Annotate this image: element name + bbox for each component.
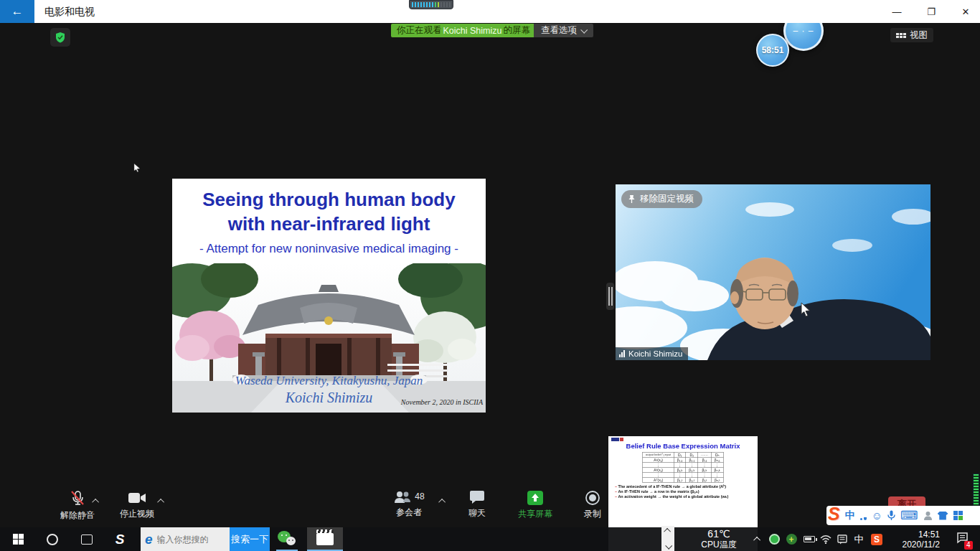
participants-icon [393, 490, 412, 504]
sogou-logo-icon[interactable]: S [828, 505, 840, 523]
record-icon [585, 490, 600, 506]
pin-icon [628, 194, 636, 204]
watching-text-suffix: 的屏幕 [503, 24, 530, 37]
scroll-up-icon[interactable] [664, 528, 671, 535]
zoom-meeting-window: 你正在观看 Koichi Shimizu 的屏幕 查看选项 – · – 58:5… [0, 23, 980, 551]
cpu-temp-value: 61℃ [707, 529, 730, 540]
toolbox-grid-icon[interactable] [953, 511, 963, 520]
restore-icon: ❐ [927, 6, 936, 17]
emoji-picker-icon[interactable]: ☺ [872, 509, 882, 522]
view-options-button[interactable]: 查看选项 [534, 24, 593, 37]
tray-network-button[interactable] [818, 527, 834, 551]
view-layout-button[interactable]: 视图 [890, 28, 933, 42]
view-options-label: 查看选项 [541, 24, 577, 37]
participants-label: 参会者 [387, 507, 430, 519]
voice-input-icon[interactable] [887, 510, 895, 521]
unmute-button[interactable]: 解除静音 [56, 490, 99, 522]
record-label: 录制 [574, 508, 611, 520]
tray-notes-button[interactable] [834, 527, 850, 551]
pinned-video-tile[interactable]: 移除固定视频 Koichi Shimizu [616, 184, 930, 360]
participants-chevron-icon[interactable] [438, 499, 446, 506]
task-view-icon [81, 534, 93, 545]
tray-power-button[interactable] [801, 527, 818, 551]
stop-video-button[interactable]: 停止视频 [115, 490, 159, 520]
notification-badge: 4 [964, 541, 973, 550]
movies-tv-icon [316, 533, 334, 545]
belief-rule-matrix-table: output belief ╲ inputD₁D₂⋯⋯DₙA¹(x₁)β₁,₁β… [643, 452, 724, 483]
mic-muted-icon [68, 490, 87, 507]
table-row: Aᵀ(x₁)β₁,ₜβ₂,ₜβⱼ,ₜβₙ,ₜ [643, 477, 723, 482]
clock-time: 14:51 [918, 529, 940, 540]
panel-splitter-handle[interactable] [606, 283, 614, 310]
green-plus-icon: + [786, 534, 797, 545]
cortana-button[interactable] [42, 527, 63, 551]
movies-tv-titlebar: ← 电影和电视 — ❐ ✕ [0, 0, 980, 23]
preview-bullets: The antecedent of a IF-THEN rule → a glo… [615, 484, 755, 499]
wechat-icon [278, 531, 296, 548]
task-view-button[interactable] [76, 527, 98, 551]
tray-drug-button[interactable]: + [783, 527, 799, 551]
presenter-name: Koichi Shimizu [443, 26, 502, 36]
cpu-temp-label: CPU温度 [701, 540, 736, 550]
meeting-security-button[interactable] [50, 28, 70, 47]
taskbar-item-wechat[interactable] [275, 527, 299, 551]
clock-dashes-icon: – · – [793, 26, 814, 36]
view-button-label: 视图 [910, 29, 928, 42]
wifi-icon [820, 534, 831, 544]
taskbar-item-movies-tv[interactable] [307, 527, 343, 551]
audio-level-meter-icon [409, 0, 453, 9]
taskbar-search[interactable]: e [141, 527, 230, 551]
restore-button[interactable]: ❐ [917, 0, 946, 23]
mini-scrollbar[interactable] [661, 526, 674, 551]
tray-sogou-button[interactable]: S [868, 527, 885, 551]
participants-button[interactable]: 48 参会者 [387, 490, 430, 519]
windows-logo-icon [13, 534, 24, 545]
notes-icon [837, 534, 847, 545]
meeting-timer-widget[interactable]: 58:51 [756, 34, 789, 67]
app-title: 电影和电视 [44, 0, 95, 23]
share-screen-icon [524, 490, 546, 506]
back-button[interactable]: ← [0, 0, 34, 23]
cpu-temp-widget: 61℃ CPU温度 [689, 527, 749, 551]
sogou-pinwheel-button[interactable]: S [108, 527, 132, 551]
close-icon: ✕ [962, 6, 970, 17]
presenter-video-frame [616, 184, 930, 360]
remove-pin-button[interactable]: 移除固定视频 [621, 190, 702, 208]
share-screen-label: 共享屏幕 [512, 508, 558, 520]
windows-taskbar: S e 搜索一下 + [0, 527, 980, 551]
skin-shirt-icon[interactable] [938, 512, 948, 520]
search-go-button[interactable]: 搜索一下 [230, 527, 270, 551]
sogou-pinwheel-icon: S [116, 532, 125, 547]
ime-mode-indicator: 中 [854, 533, 864, 546]
scroll-down-icon[interactable] [665, 542, 672, 550]
minimize-button[interactable]: — [882, 0, 911, 23]
close-button[interactable]: ✕ [951, 0, 980, 23]
participants-count: 48 [415, 491, 424, 501]
battery-icon [804, 536, 815, 542]
chat-label: 聊天 [458, 507, 496, 519]
layout-grid-icon [896, 33, 906, 38]
start-button[interactable] [7, 527, 29, 551]
ime-chinese-mode-button[interactable]: 中 [845, 509, 855, 522]
tray-ime-button[interactable]: 中 [851, 527, 867, 551]
share-screen-button[interactable]: 共享屏幕 [512, 490, 558, 520]
user-account-icon[interactable] [923, 511, 933, 521]
stop-video-label: 停止视频 [115, 508, 159, 520]
preview-logo [611, 438, 755, 441]
tray-360-button[interactable] [766, 527, 782, 551]
action-center-button[interactable]: 4 [950, 527, 974, 551]
punctuation-mode-icon[interactable] [860, 512, 867, 520]
tray-show-hidden-button[interactable] [750, 527, 765, 551]
participant-name-tag: Koichi Shimizu [616, 347, 688, 360]
taskbar-clock[interactable]: 14:51 2020/11/2 [890, 527, 940, 551]
camera-icon [127, 490, 147, 506]
chat-button[interactable]: 聊天 [458, 490, 496, 519]
360-safety-icon [769, 534, 780, 545]
preview-bullet: An activation weight → the weight of a g… [615, 494, 755, 499]
search-input[interactable] [157, 534, 223, 545]
search-go-label: 搜索一下 [231, 533, 268, 546]
unmute-label: 解除静音 [56, 509, 99, 522]
minimize-icon: — [892, 6, 902, 17]
soft-keyboard-icon[interactable]: ⌨ [900, 508, 918, 523]
record-button[interactable]: 录制 [574, 490, 611, 520]
